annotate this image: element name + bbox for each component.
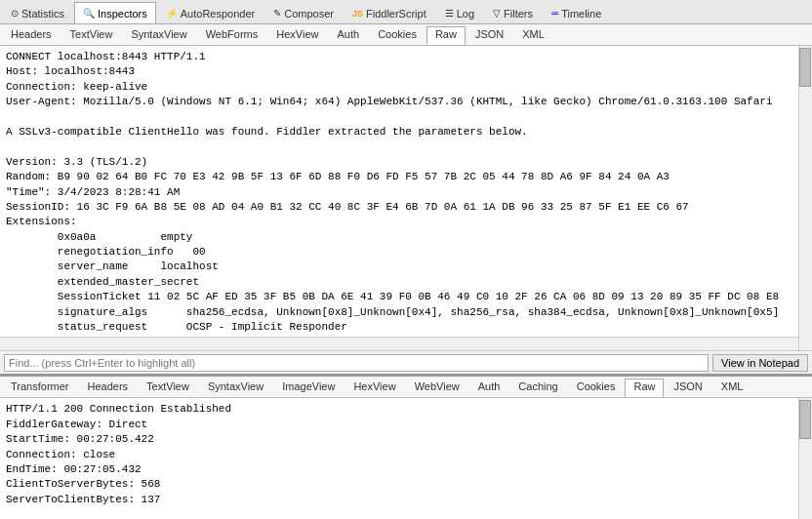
req-tab-webforms[interactable]: WebForms <box>197 26 267 45</box>
res-tab-cookies[interactable]: Cookies <box>568 379 625 397</box>
res-tab-syntaxview[interactable]: SyntaxView <box>199 379 272 397</box>
res-tab-webview[interactable]: WebView <box>406 379 468 397</box>
res-tab-auth[interactable]: Auth <box>469 379 509 397</box>
response-vertical-scrollbar[interactable] <box>798 398 812 519</box>
fiddlerscript-icon: JS <box>352 9 363 19</box>
request-text: CONNECT localhost:8443 HTTP/1.1 Host: lo… <box>0 46 812 350</box>
statistics-icon: ⊙ <box>11 8 19 19</box>
top-tab-bar: ⊙ Statistics 🔍 Inspectors ⚡ AutoResponde… <box>0 0 812 24</box>
req-tab-hexview[interactable]: HexView <box>267 26 327 45</box>
tab-statistics[interactable]: ⊙ Statistics <box>2 2 73 23</box>
res-tab-hexview[interactable]: HexView <box>345 379 404 397</box>
tab-autoresponder[interactable]: ⚡ AutoResponder <box>157 2 264 23</box>
tab-filters[interactable]: ▽ Filters <box>484 2 542 23</box>
tab-log[interactable]: ☰ Log <box>436 2 483 23</box>
req-tab-headers[interactable]: Headers <box>2 26 61 45</box>
autoresponder-icon: ⚡ <box>166 8 178 19</box>
res-tab-json[interactable]: JSON <box>665 379 710 397</box>
inspectors-icon: 🔍 <box>83 8 95 19</box>
main-container: ⊙ Statistics 🔍 Inspectors ⚡ AutoResponde… <box>0 0 812 494</box>
composer-icon: ✎ <box>273 8 281 19</box>
request-content-area: CONNECT localhost:8443 HTTP/1.1 Host: lo… <box>0 46 812 350</box>
view-in-notepad-button[interactable]: View in Notepad <box>712 354 808 372</box>
timeline-icon: ═ <box>551 8 558 19</box>
request-sub-tabs: Headers TextView SyntaxView WebForms Hex… <box>0 24 812 46</box>
res-tab-headers[interactable]: Headers <box>79 379 138 397</box>
req-tab-syntaxview[interactable]: SyntaxView <box>122 26 195 45</box>
filters-icon: ▽ <box>493 8 501 19</box>
req-tab-json[interactable]: JSON <box>467 26 512 45</box>
req-tab-auth[interactable]: Auth <box>329 26 369 45</box>
log-icon: ☰ <box>445 8 454 19</box>
tab-composer[interactable]: ✎ Composer <box>264 2 343 23</box>
response-section: Transformer Headers TextView SyntaxView … <box>0 377 812 519</box>
request-scrollbar-thumb[interactable] <box>799 48 811 87</box>
tab-fiddlerscript[interactable]: JS FiddlerScript <box>344 2 435 23</box>
find-input[interactable] <box>4 354 709 372</box>
response-scrollbar-thumb[interactable] <box>799 400 811 439</box>
res-tab-transformer[interactable]: Transformer <box>2 379 78 397</box>
response-content-area: HTTP/1.1 200 Connection Established Fidd… <box>0 398 812 519</box>
request-horizontal-scrollbar[interactable] <box>0 337 798 350</box>
res-tab-xml[interactable]: XML <box>712 379 752 397</box>
tab-timeline[interactable]: ═ Timeline <box>543 2 610 23</box>
req-tab-xml[interactable]: XML <box>513 26 553 45</box>
res-tab-imageview[interactable]: ImageView <box>273 379 344 397</box>
tab-inspectors[interactable]: 🔍 Inspectors <box>74 2 156 23</box>
response-text: HTTP/1.1 200 Connection Established Fidd… <box>0 398 812 519</box>
req-tab-cookies[interactable]: Cookies <box>369 26 426 45</box>
res-tab-raw[interactable]: Raw <box>625 379 664 397</box>
response-tabs: Transformer Headers TextView SyntaxView … <box>0 377 812 398</box>
res-tab-caching[interactable]: Caching <box>509 379 566 397</box>
req-tab-raw[interactable]: Raw <box>426 26 466 45</box>
req-tab-textview[interactable]: TextView <box>61 26 122 45</box>
request-section: Headers TextView SyntaxView WebForms Hex… <box>0 24 812 377</box>
request-vertical-scrollbar[interactable] <box>798 46 812 350</box>
find-bar: View in Notepad <box>0 350 812 374</box>
res-tab-textview[interactable]: TextView <box>138 379 198 397</box>
